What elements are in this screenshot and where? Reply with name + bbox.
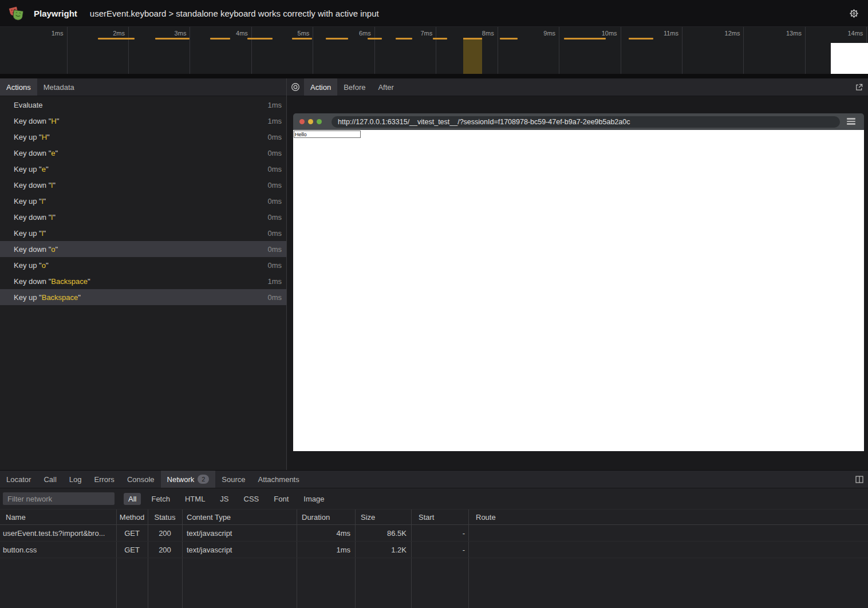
tab-source[interactable]: Source (215, 471, 251, 488)
tab-action[interactable]: Action (304, 78, 337, 96)
column-header-start[interactable]: Start (411, 513, 468, 522)
action-row[interactable]: Key up "o"0ms (0, 257, 286, 273)
column-header-content-type[interactable]: Content Type (182, 513, 297, 522)
timeline-tick-label: 10ms (583, 30, 617, 37)
chip-font[interactable]: Font (269, 493, 293, 505)
timeline-gridline (498, 27, 498, 74)
tab-label: Call (44, 475, 56, 484)
actions-tabbar: ActionsMetadata (0, 78, 286, 96)
tab-before[interactable]: Before (337, 78, 372, 96)
pick-locator-target-icon[interactable] (287, 78, 304, 96)
network-request-row[interactable]: button.cssGET200text/javascript1ms1.2K- (0, 542, 868, 558)
action-duration: 1ms (267, 277, 282, 286)
tab-metadata[interactable]: Metadata (37, 78, 81, 96)
column-header-method[interactable]: Method (116, 513, 148, 522)
action-duration: 0ms (267, 133, 282, 141)
action-row[interactable]: Key up "H"0ms (0, 129, 286, 145)
network-request-row[interactable]: userEvent.test.ts?import&bro...GET200tex… (0, 525, 868, 542)
timeline-tick-label: 4ms (214, 30, 248, 37)
tab-errors[interactable]: Errors (88, 471, 120, 488)
action-row[interactable]: Key down "H"1ms (0, 113, 286, 129)
hello-text-input[interactable] (294, 131, 361, 138)
chip-image[interactable]: Image (299, 493, 329, 505)
tab-label: Network (167, 475, 195, 484)
action-duration: 0ms (267, 293, 282, 302)
action-row[interactable]: Key down "l"0ms (0, 209, 286, 225)
action-key-value: H (51, 117, 56, 125)
test-title: userEvent.keyboard > standalone keyboard… (90, 9, 379, 18)
tab-label: Attachments (258, 475, 299, 484)
filter-network-input[interactable] (3, 492, 115, 505)
cell: button.css (0, 546, 116, 554)
action-row[interactable]: Key up "e"0ms (0, 161, 286, 177)
action-duration: 1ms (267, 117, 282, 125)
tab-console[interactable]: Console (121, 471, 161, 488)
timeline-action-marker (247, 38, 273, 40)
timeline-gridline (251, 27, 252, 74)
action-title: Key down "o" (14, 245, 267, 254)
chip-fetch[interactable]: Fetch (147, 493, 175, 505)
action-duration: 0ms (267, 261, 282, 270)
timeline-gridline (805, 27, 806, 74)
traffic-green-dot (317, 119, 322, 124)
resource-type-chips: AllFetchHTMLJSCSSFontImage (124, 493, 329, 505)
action-title: Key up "H" (14, 133, 267, 141)
snapshot-page (293, 130, 864, 451)
timeline-action-marker (564, 38, 606, 40)
tab-attachments[interactable]: Attachments (251, 471, 305, 488)
timeline-gridline (67, 27, 68, 74)
chip-html[interactable]: HTML (180, 493, 210, 505)
chip-js[interactable]: JS (215, 493, 233, 505)
table-header-row: NameMethodStatusContent TypeDurationSize… (0, 510, 868, 525)
main-split: ActionsMetadata Evaluate1msKey down "H"1… (0, 78, 868, 470)
action-duration: 0ms (267, 149, 282, 157)
timeline-action-marker (433, 38, 447, 40)
open-snapshot-button[interactable] (855, 78, 868, 96)
timeline-action-marker (368, 38, 382, 40)
action-row[interactable]: Key up "l"0ms (0, 193, 286, 209)
chip-css[interactable]: CSS (239, 493, 264, 505)
tab-network[interactable]: Network2 (161, 471, 216, 488)
snapshot-tabbar: ActionBeforeAfter (287, 78, 868, 96)
action-row[interactable]: Key down "e"0ms (0, 145, 286, 161)
timeline-tick-label: 9ms (521, 30, 555, 37)
timeline-gridline (621, 27, 621, 74)
snapshot-tabs: ActionBeforeAfter (304, 78, 400, 96)
tab-log[interactable]: Log (63, 471, 88, 488)
action-row[interactable]: Key down "l"0ms (0, 177, 286, 193)
tab-actions[interactable]: Actions (0, 78, 37, 96)
tab-call[interactable]: Call (37, 471, 62, 488)
action-row[interactable]: Key up "Backspace"0ms (0, 289, 286, 305)
action-duration: 0ms (267, 213, 282, 222)
chip-all[interactable]: All (124, 493, 141, 505)
action-row[interactable]: Evaluate1ms (0, 97, 286, 113)
tab-after[interactable]: After (372, 78, 400, 96)
toggle-layout-button[interactable] (855, 471, 868, 488)
action-title: Key up "l" (14, 197, 267, 206)
column-header-route[interactable]: Route (468, 513, 868, 522)
column-header-status[interactable]: Status (148, 513, 182, 522)
column-header-name[interactable]: Name (0, 513, 116, 522)
timeline-screenshot-thumb (831, 43, 868, 74)
timeline[interactable]: 1ms2ms3ms4ms5ms6ms7ms8ms9ms10ms11ms12ms1… (0, 27, 868, 78)
split-view-icon (855, 476, 863, 483)
timeline-tick-label: 13ms (767, 30, 802, 37)
column-header-size[interactable]: Size (355, 513, 411, 522)
action-duration: 0ms (267, 245, 282, 254)
page-url: http://127.0.0.1:63315/__vitest_test__/?… (338, 118, 630, 126)
action-title: Key up "o" (14, 261, 267, 270)
action-key-value: Backspace (51, 277, 88, 286)
network-table: NameMethodStatusContent TypeDurationSize… (0, 510, 868, 608)
action-row[interactable]: Key down "Backspace"1ms (0, 273, 286, 289)
timeline-action-marker (326, 38, 348, 40)
tab-locator[interactable]: Locator (0, 471, 37, 488)
timeline-gridline (128, 27, 129, 74)
timeline-gridline (743, 27, 744, 74)
timeline-action-marker (98, 38, 135, 40)
column-header-duration[interactable]: Duration (297, 513, 355, 522)
settings-gear-icon[interactable] (847, 7, 860, 19)
timeline-action-marker (629, 38, 653, 40)
action-row[interactable]: Key down "o"0ms (0, 241, 286, 257)
timeline-action-marker (155, 38, 190, 40)
action-row[interactable]: Key up "l"0ms (0, 225, 286, 241)
